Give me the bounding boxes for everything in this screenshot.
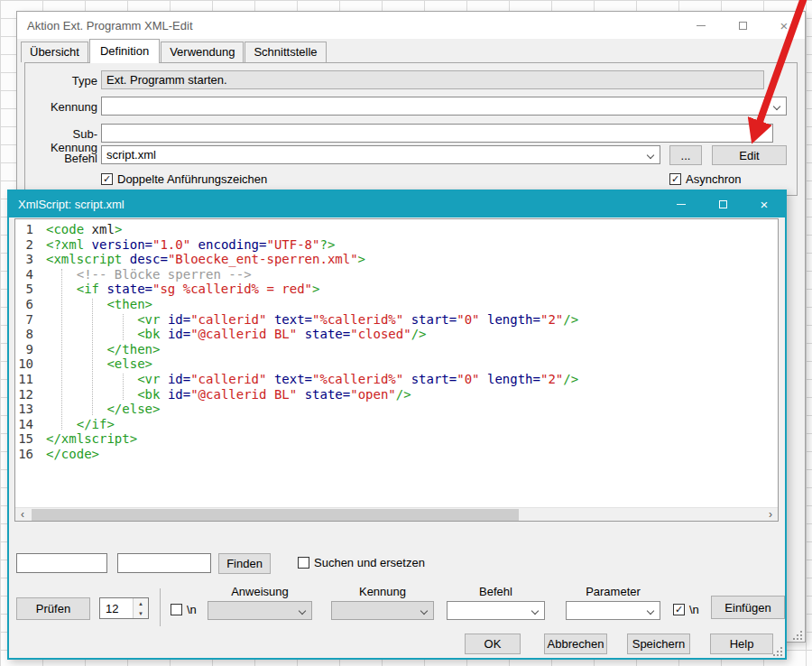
xmlscript-titlebar[interactable]: XmlScript: script.xml × [9, 191, 785, 217]
code-token: "0" [457, 312, 479, 328]
line-number: 9 [15, 342, 46, 357]
search-input[interactable] [16, 553, 107, 573]
kennung-combobox[interactable] [101, 97, 787, 116]
code-token: xml [92, 222, 115, 237]
minimize-button[interactable] [660, 191, 702, 217]
maximize-icon [719, 200, 727, 208]
close-icon: × [761, 198, 769, 211]
code-token [46, 297, 106, 312]
code-token: "open" [350, 387, 396, 402]
tab-uebersicht[interactable]: Übersicht [21, 42, 88, 62]
code-token: </then> [106, 342, 160, 357]
code-line-16: 16</code> [15, 447, 778, 462]
parameter-combobox[interactable] [566, 601, 660, 620]
line-number: 3 [15, 252, 46, 267]
scrollbar-thumb[interactable] [32, 509, 519, 521]
spin-down-icon[interactable]: ▼ [134, 608, 148, 618]
replace-input[interactable] [117, 553, 211, 573]
window-resize-grip[interactable] [773, 647, 782, 656]
dialog-resize-grip[interactable] [793, 631, 802, 640]
code-token: desc= [130, 252, 168, 267]
befehl-combobox[interactable]: script.xml [101, 145, 660, 164]
code-token: "UTF-8" [266, 237, 319, 253]
code-token [403, 312, 411, 328]
close-button[interactable]: × [763, 12, 805, 39]
anweisung-combobox[interactable] [208, 601, 312, 620]
sub-kennung-input[interactable] [101, 124, 773, 143]
find-button[interactable]: Finden [218, 553, 271, 574]
edit-button[interactable]: Edit [712, 145, 787, 165]
code-token: > [358, 252, 365, 267]
doppelte-anfuehrungszeichen-checkbox[interactable]: ✓ Doppelte Anführungszeichen [101, 172, 267, 186]
close-button[interactable]: × [743, 191, 785, 217]
line-number: 14 [15, 417, 46, 432]
spinner-value: 12 [100, 598, 133, 618]
code-token: <then> [106, 297, 152, 312]
line-number: 13 [15, 402, 46, 417]
type-label: Type [29, 74, 97, 88]
tab-verwendung[interactable]: Verwendung [161, 42, 244, 62]
maximize-button[interactable] [722, 12, 763, 39]
help-button[interactable]: Help [710, 634, 773, 654]
code-token: "2" [540, 312, 563, 328]
code-token: <else> [106, 356, 152, 372]
code-token: state= [305, 327, 351, 342]
parameter-label: Parameter [566, 585, 660, 598]
chevron-down-icon [420, 607, 428, 615]
maximize-button[interactable] [702, 191, 743, 217]
code-token: /> [411, 327, 427, 342]
xml-code-editor[interactable]: 1<code xml>2<?xml version="1.0" encoding… [14, 218, 779, 522]
einfuegen-button[interactable]: Einfügen [711, 596, 785, 619]
code-token: id= [168, 312, 190, 328]
code-line-1: 1<code xml> [15, 222, 778, 237]
pruefen-button[interactable]: Prüfen [16, 597, 90, 620]
number-spinner[interactable]: 12 ▲ ▼ [99, 597, 149, 619]
kennung-insert-label: Kennung [331, 585, 434, 598]
code-token: id= [168, 327, 190, 342]
line-number: 12 [15, 387, 46, 402]
code-line-6: 6 <then> [15, 297, 778, 312]
code-token: id= [168, 372, 190, 387]
tab-definition[interactable]: Definition [89, 39, 160, 63]
code-line-9: 9 </then> [15, 342, 778, 357]
sub-kennung-label: Sub-Kennung [29, 127, 97, 154]
line-number: 2 [15, 237, 46, 253]
tab-schnittstelle[interactable]: Schnittstelle [245, 42, 326, 62]
code-token [46, 417, 77, 432]
code-token [297, 327, 304, 342]
code-token [266, 312, 273, 328]
minimize-button[interactable] [680, 12, 722, 39]
befehl-value: script.xml [106, 148, 156, 162]
befehl-insert-combobox[interactable] [447, 601, 545, 620]
newline-left-checkbox[interactable]: \n [171, 603, 197, 616]
code-token: </xmlscript> [46, 431, 137, 447]
checkbox-check-icon: ✓ [673, 604, 685, 615]
code-area[interactable]: 1<code xml>2<?xml version="1.0" encoding… [15, 219, 778, 507]
kennung-insert-combobox[interactable] [331, 601, 434, 620]
asynchron-checkbox[interactable]: ✓ Asynchron [669, 172, 741, 186]
code-token: start= [411, 312, 457, 328]
line-number: 10 [15, 356, 46, 372]
code-token: </else> [106, 402, 160, 417]
code-token: "%callerid%" [312, 312, 403, 328]
code-token: /> [396, 387, 411, 402]
code-token [46, 312, 137, 328]
dialog-titlebar[interactable]: Aktion Ext. Programm XML-Edit × [17, 12, 805, 39]
code-line-14: 14 </if> [15, 417, 778, 432]
line-number: 1 [15, 222, 46, 237]
scrollbar-track[interactable] [30, 508, 763, 521]
horizontal-scrollbar[interactable]: ‹ › [15, 507, 778, 521]
code-token [190, 237, 198, 253]
scroll-left-icon[interactable]: ‹ [15, 508, 30, 522]
search-replace-checkbox[interactable]: Suchen und ersetzen [298, 556, 425, 569]
newline-right-checkbox[interactable]: ✓ \n [673, 603, 699, 616]
chevron-down-icon [773, 103, 780, 110]
checkbox-check-icon: ✓ [101, 173, 113, 185]
abbrechen-button[interactable]: Abbrechen [544, 634, 607, 654]
code-token: <if [77, 282, 107, 297]
browse-button[interactable]: ... [669, 145, 702, 165]
scroll-right-icon[interactable]: › [763, 508, 778, 522]
speichern-button[interactable]: Speichern [627, 634, 690, 654]
ok-button[interactable]: OK [465, 634, 521, 654]
spin-up-icon[interactable]: ▲ [134, 598, 148, 608]
